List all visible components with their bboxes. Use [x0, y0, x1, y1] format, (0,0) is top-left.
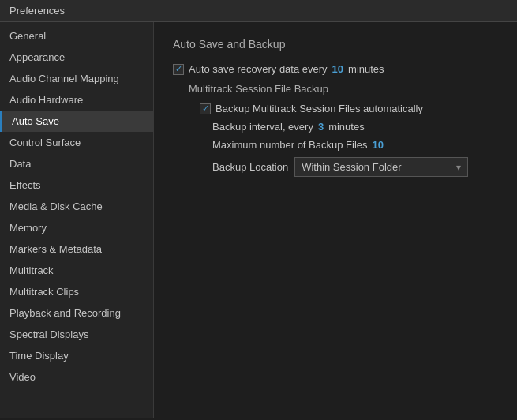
backup-auto-row: Backup Multitrack Session Files automati…	[200, 103, 498, 114]
backup-interval-label2: minutes	[328, 121, 365, 133]
sidebar-item-spectral-displays[interactable]: Spectral Displays	[0, 324, 153, 345]
max-files-value: 10	[373, 139, 384, 151]
sidebar-item-control-surface[interactable]: Control Surface	[0, 132, 153, 153]
backup-location-dropdown[interactable]: Within Session Folder ▾	[294, 157, 468, 177]
auto-save-checkbox[interactable]	[173, 64, 184, 75]
sidebar-item-appearance[interactable]: Appearance	[0, 47, 153, 68]
backup-auto-label: Backup Multitrack Session Files automati…	[215, 103, 423, 114]
sidebar-item-time-display[interactable]: Time Display	[0, 345, 153, 366]
sidebar-item-effects[interactable]: Effects	[0, 174, 153, 196]
sidebar-item-playback-recording[interactable]: Playback and Recording	[0, 302, 153, 324]
sidebar-item-multitrack[interactable]: Multitrack	[0, 260, 153, 281]
sidebar: GeneralAppearanceAudio Channel MappingAu…	[0, 22, 154, 418]
sidebar-item-markers-metadata[interactable]: Markers & Metadata	[0, 238, 153, 260]
sidebar-item-video[interactable]: Video	[0, 366, 153, 388]
preferences-window: GeneralAppearanceAudio Channel MappingAu…	[0, 22, 517, 418]
max-files-row: Maximum number of Backup Files 10	[212, 139, 498, 151]
sidebar-item-general[interactable]: General	[0, 25, 153, 47]
auto-save-row: Auto save recovery data every 10 minutes	[173, 63, 498, 75]
auto-save-label1: Auto save recovery data every	[189, 63, 328, 75]
multitrack-backup-title: Multitrack Session File Backup	[189, 83, 498, 95]
dropdown-value: Within Session Folder	[302, 161, 401, 173]
title-bar: Preferences	[0, 0, 517, 22]
sidebar-item-media-disk-cache[interactable]: Media & Disk Cache	[0, 196, 153, 217]
sidebar-item-audio-channel-mapping[interactable]: Audio Channel Mapping	[0, 68, 153, 89]
content-panel: Auto Save and Backup Auto save recovery …	[154, 22, 517, 418]
backup-auto-checkbox[interactable]	[200, 103, 211, 114]
sidebar-item-data[interactable]: Data	[0, 153, 153, 174]
auto-save-label2: minutes	[348, 63, 384, 75]
backup-interval-row: Backup interval, every 3 minutes	[212, 121, 498, 133]
sidebar-item-memory[interactable]: Memory	[0, 217, 153, 238]
auto-save-value: 10	[332, 63, 343, 75]
dropdown-arrow-icon: ▾	[456, 162, 461, 173]
max-files-label1: Maximum number of Backup Files	[212, 139, 368, 151]
backup-location-row: Backup Location Within Session Folder ▾	[212, 157, 498, 177]
sidebar-item-auto-save[interactable]: Auto Save	[0, 111, 153, 132]
backup-interval-value: 3	[318, 121, 324, 133]
title-label: Preferences	[9, 5, 65, 17]
backup-location-label: Backup Location	[212, 161, 288, 173]
section-title: Auto Save and Backup	[173, 38, 498, 51]
multitrack-backup-section: Multitrack Session File Backup Backup Mu…	[189, 83, 498, 177]
sidebar-item-multitrack-clips[interactable]: Multitrack Clips	[0, 281, 153, 302]
sidebar-item-audio-hardware[interactable]: Audio Hardware	[0, 89, 153, 111]
backup-interval-label1: Backup interval, every	[212, 121, 313, 133]
